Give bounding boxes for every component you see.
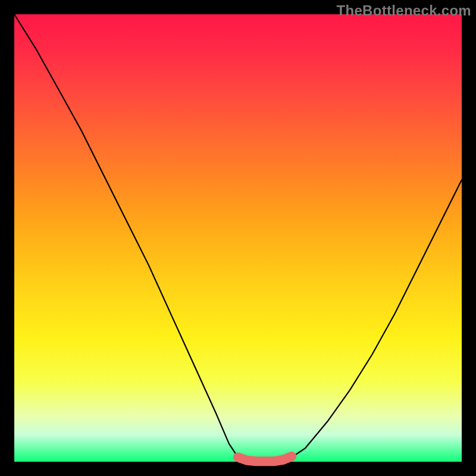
- chart-plot-area: [14, 14, 462, 462]
- plot-left-curve: [14, 14, 238, 457]
- chart-svg: [14, 14, 462, 462]
- plot-right-curve: [292, 180, 462, 457]
- chart-stage: TheBottleneck.com: [0, 0, 476, 476]
- watermark-text: TheBottleneck.com: [337, 2, 471, 19]
- plot-valley-highlight: [238, 456, 292, 461]
